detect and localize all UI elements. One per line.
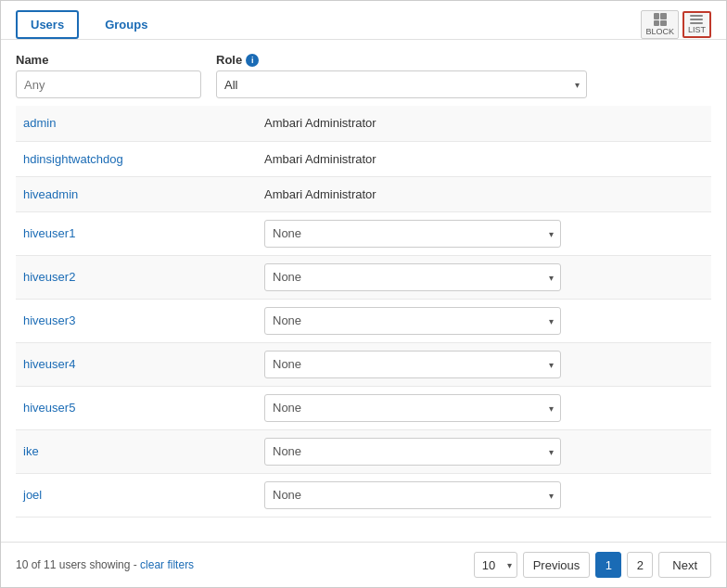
page-size-select[interactable]: 10 25 50 (474, 552, 517, 578)
table-row: ikeNoneCluster AdministratorCluster Oper… (16, 429, 711, 473)
name-filter-input[interactable] (16, 70, 201, 98)
role-select-wrapper: NoneCluster AdministratorCluster Operato… (264, 307, 561, 335)
footer-separator: - (134, 558, 140, 571)
user-name-link[interactable]: hdinsightwatchdog (23, 152, 123, 166)
role-filter-col: Role i All Ambari Administrator Cluster … (216, 53, 587, 98)
list-view-button[interactable]: LIST (682, 11, 711, 38)
page-size-wrapper: 10 25 50 ▾ (474, 552, 517, 578)
table-row: hiveuser2NoneCluster AdministratorCluste… (16, 255, 711, 299)
role-select-wrapper: NoneCluster AdministratorCluster Operato… (264, 220, 561, 248)
table-row: hiveuser4NoneCluster AdministratorCluste… (16, 342, 711, 386)
user-name-link[interactable]: hiveuser2 (23, 270, 75, 284)
name-filter-col: Name (16, 53, 201, 98)
user-name-link[interactable]: hiveuser5 (23, 401, 75, 415)
role-select-wrapper: NoneCluster AdministratorCluster Operato… (264, 351, 561, 378)
table-row: hdinsightwatchdogAmbari Administrator (16, 141, 711, 176)
name-label-text: Name (16, 53, 48, 67)
clear-filters-link[interactable]: clear filters (140, 558, 194, 571)
footer: 10 of 11 users showing - clear filters 1… (1, 542, 726, 587)
role-info-icon[interactable]: i (246, 54, 259, 67)
role-select-wrapper: NoneCluster AdministratorCluster Operato… (264, 394, 561, 422)
role-filter-wrapper: All Ambari Administrator Cluster Adminis… (216, 70, 587, 98)
page-1-button[interactable]: 1 (595, 552, 621, 578)
tabs-left: Users Groups (16, 10, 162, 39)
table-row: adminAmbari Administrator (16, 106, 711, 141)
list-view-label: LIST (688, 25, 706, 34)
user-name-link[interactable]: hiveuser4 (23, 357, 75, 371)
table-row: hiveadminAmbari Administrator (16, 176, 711, 211)
role-select-wrapper: NoneCluster AdministratorCluster Operato… (264, 263, 561, 291)
block-view-label: BLOCK (645, 27, 674, 36)
table-row: hiveuser5NoneCluster AdministratorCluste… (16, 386, 711, 429)
table-row: hiveuser3NoneCluster AdministratorCluste… (16, 299, 711, 342)
users-table-area: adminAmbari Administratorhdinsightwatchd… (1, 106, 726, 542)
role-text: Ambari Administrator (264, 152, 376, 166)
role-select[interactable]: NoneCluster AdministratorCluster Operato… (264, 481, 561, 509)
next-button[interactable]: Next (658, 552, 711, 578)
table-row: joelNoneCluster AdministratorCluster Ope… (16, 473, 711, 517)
role-label-text: Role (216, 53, 242, 67)
user-name-link[interactable]: ike (23, 444, 39, 458)
user-name-link[interactable]: joel (23, 488, 42, 502)
list-icon (690, 15, 703, 24)
table-row: hiveuser1NoneCluster AdministratorCluste… (16, 211, 711, 255)
groups-tab[interactable]: Groups (90, 10, 162, 39)
previous-button[interactable]: Previous (523, 552, 591, 578)
role-select-wrapper: NoneCluster AdministratorCluster Operato… (264, 481, 561, 509)
view-toggle: BLOCK LIST (641, 10, 711, 39)
filters-row: Name Role i All Ambari Administrator Clu… (1, 40, 726, 106)
role-text: Ambari Administrator (264, 116, 376, 130)
block-view-button[interactable]: BLOCK (641, 10, 679, 39)
user-name-link[interactable]: hiveadmin (23, 187, 78, 201)
header-tabs: Users Groups BLOCK LIST (1, 1, 726, 40)
role-filter-label: Role i (216, 53, 587, 67)
users-table: adminAmbari Administratorhdinsightwatchd… (16, 106, 711, 518)
block-icon (654, 13, 667, 26)
role-select[interactable]: NoneCluster AdministratorCluster Operato… (264, 351, 561, 378)
page-2-button[interactable]: 2 (627, 552, 653, 578)
name-filter-label: Name (16, 53, 201, 67)
role-select[interactable]: NoneCluster AdministratorCluster Operato… (264, 263, 561, 291)
users-tab[interactable]: Users (16, 10, 79, 39)
role-select[interactable]: NoneCluster AdministratorCluster Operato… (264, 438, 561, 466)
role-select[interactable]: NoneCluster AdministratorCluster Operato… (264, 220, 561, 248)
role-select[interactable]: NoneCluster AdministratorCluster Operato… (264, 307, 561, 335)
user-name-link[interactable]: admin (23, 116, 56, 130)
role-filter-select[interactable]: All Ambari Administrator Cluster Adminis… (216, 70, 587, 98)
pagination: 10 25 50 ▾ Previous 1 2 Next (474, 552, 711, 578)
user-name-link[interactable]: hiveuser1 (23, 226, 75, 240)
showing-count: 10 of 11 users showing (16, 558, 130, 571)
user-name-link[interactable]: hiveuser3 (23, 313, 75, 327)
footer-info: 10 of 11 users showing - clear filters (16, 558, 194, 571)
role-select[interactable]: NoneCluster AdministratorCluster Operato… (264, 394, 561, 422)
role-text: Ambari Administrator (264, 187, 376, 201)
role-select-wrapper: NoneCluster AdministratorCluster Operato… (264, 438, 561, 466)
